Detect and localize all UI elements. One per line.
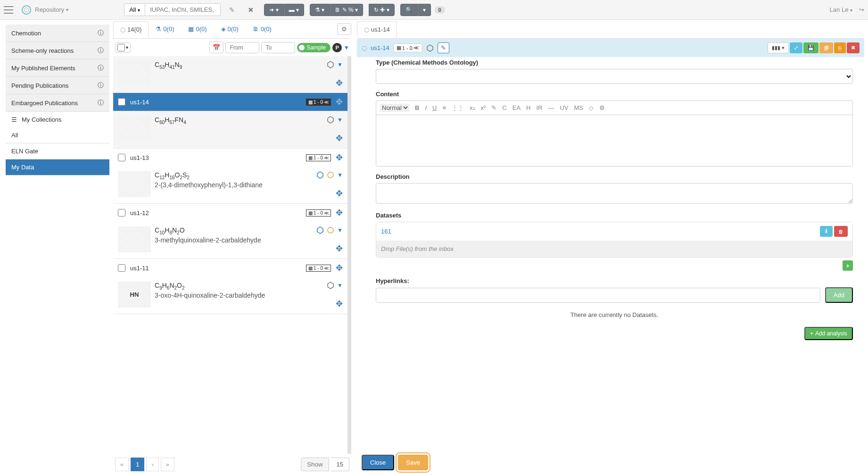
page-last[interactable]: »: [161, 458, 174, 471]
date-from-input[interactable]: [225, 42, 259, 53]
chevron-down-icon[interactable]: ▼: [337, 117, 343, 123]
detail-badge[interactable]: ▦ 1 - 0 ≪: [393, 43, 422, 52]
sidebar-item-embargoed[interactable]: Embargoed Publicationsⓘ: [6, 94, 109, 112]
ir-button[interactable]: IR: [536, 104, 542, 111]
chevron-down-icon[interactable]: ▼: [344, 44, 349, 51]
italic-button[interactable]: I: [425, 104, 427, 111]
detail-body[interactable]: Type (Chemical Methods Ontology) Content…: [357, 57, 864, 450]
move-icon[interactable]: ✥: [336, 133, 343, 143]
sample-row-header[interactable]: us1-14 ▦ 1 - 0 ≪ ✥: [113, 93, 347, 111]
sample-row-header[interactable]: us1-13 ▦ 1 - 0 ≪ ✥: [113, 149, 347, 167]
tab-wellplates[interactable]: ▦0(0): [181, 21, 214, 37]
zoom-dd-button[interactable]: ▾: [418, 4, 431, 16]
chevron-down-icon[interactable]: ▼: [337, 227, 343, 233]
dataset-dropzone[interactable]: Drop File(s) from the inbox: [376, 241, 852, 257]
chevron-down-icon[interactable]: ▼: [337, 61, 343, 68]
sidebar-item-published[interactable]: My Published Elementsⓘ: [6, 59, 109, 77]
sample-checkbox[interactable]: [118, 98, 125, 106]
close-detail-button[interactable]: ✖: [847, 42, 860, 53]
search-input[interactable]: [145, 3, 221, 16]
tab-screens[interactable]: ◈0(0): [214, 21, 246, 37]
ordered-list-button[interactable]: ≡: [442, 104, 446, 111]
move-icon[interactable]: ✥: [336, 263, 343, 273]
select-all-checkbox[interactable]: [117, 44, 125, 51]
tab-research[interactable]: 🗎0(0): [246, 21, 279, 37]
save-action-button[interactable]: 💾: [803, 42, 818, 53]
bold-button[interactable]: B: [415, 104, 419, 111]
repository-dropdown[interactable]: Repository ▾: [35, 6, 68, 13]
page-next[interactable]: ›: [146, 458, 158, 471]
script-button[interactable]: ✎: [491, 104, 496, 111]
sidebar-item-scheme[interactable]: Scheme-only reactionsⓘ: [6, 42, 109, 59]
move-icon[interactable]: ✥: [336, 208, 343, 218]
product-badge[interactable]: P: [332, 43, 342, 52]
subscript-button[interactable]: x₂: [470, 104, 475, 111]
type-select[interactable]: [376, 69, 853, 84]
description-textarea[interactable]: [376, 183, 853, 204]
download-dataset-button[interactable]: ⬇: [820, 226, 833, 237]
move-icon[interactable]: ✥: [336, 243, 343, 254]
add-hyperlink-button[interactable]: Add: [825, 287, 853, 303]
content-editor[interactable]: [376, 115, 853, 167]
barcode-button[interactable]: ▮▮▮ ▾: [768, 42, 789, 53]
move-icon[interactable]: ✥: [336, 78, 343, 88]
more-format-dropdown[interactable]: ◇: [589, 104, 594, 111]
sample-row-header[interactable]: us1-11 ▦ 1 - 0 ≪ ✥: [113, 259, 347, 277]
user-menu[interactable]: Lan Le ▾: [830, 6, 852, 13]
sample-checkbox[interactable]: [118, 154, 125, 161]
import-button[interactable]: ▬ ▾: [284, 4, 304, 16]
collection-eln-gate[interactable]: ELN Gate: [6, 143, 109, 159]
fullscreen-button[interactable]: ⤢: [790, 42, 802, 53]
collection-my-data[interactable]: My Data: [6, 159, 109, 175]
save-button[interactable]: Save: [398, 455, 428, 470]
sample-checkbox[interactable]: [118, 264, 125, 272]
c-button[interactable]: C: [502, 104, 506, 111]
move-icon[interactable]: ✥: [336, 97, 343, 107]
flask-button[interactable]: ⚗ ▾: [310, 4, 330, 16]
add-dataset-button[interactable]: +: [843, 260, 853, 271]
page-first[interactable]: «: [115, 458, 129, 471]
tab-reactions[interactable]: ⚗0(0): [149, 21, 181, 37]
notification-badge[interactable]: 0: [435, 6, 445, 14]
underline-button[interactable]: U: [432, 104, 437, 111]
chevron-down-icon[interactable]: ▼: [337, 172, 343, 178]
page-current[interactable]: 1: [131, 458, 144, 471]
ms-button[interactable]: MS: [574, 104, 584, 111]
my-collections-header[interactable]: ☰My Collections: [6, 112, 109, 127]
dash-button[interactable]: —: [548, 104, 554, 111]
clear-icon[interactable]: ✖: [243, 3, 258, 17]
calendar-icon[interactable]: 📅: [209, 42, 223, 53]
sample-filter-pill[interactable]: Sample: [297, 43, 331, 52]
tab-settings-icon[interactable]: ⚙: [337, 23, 351, 35]
close-button[interactable]: Close: [362, 455, 394, 470]
collection-all[interactable]: All: [6, 127, 109, 143]
unordered-list-button[interactable]: ⋮⋮: [452, 104, 464, 111]
add-analysis-button[interactable]: + Add analysis: [804, 327, 853, 340]
dataset-link[interactable]: 161: [381, 228, 391, 235]
detail-tab[interactable]: ◌us1-14: [357, 21, 397, 38]
structure-editor-button[interactable]: ✎: [438, 42, 449, 53]
doc-tools-button[interactable]: 🗎 ✎ % ▾: [330, 4, 363, 16]
sidebar-item-chemotion[interactable]: Chemotionⓘ: [6, 25, 109, 42]
move-icon[interactable]: ✥: [336, 188, 343, 199]
sample-list-scroll[interactable]: C53H41N9 ▼ ✥ us1-14 ▦ 1 - 0 ≪ ✥: [113, 56, 351, 454]
copy-button[interactable]: 🗐: [819, 42, 833, 53]
uv-button[interactable]: UV: [560, 104, 568, 111]
sample-checkbox[interactable]: [118, 209, 125, 217]
delete-dataset-button[interactable]: 🗑: [834, 226, 848, 237]
ea-button[interactable]: EA: [513, 104, 521, 111]
chevron-down-icon[interactable]: ▼: [337, 282, 343, 289]
superscript-button[interactable]: x²: [481, 104, 486, 111]
move-icon[interactable]: ✥: [336, 299, 343, 309]
select-all-dropdown[interactable]: ▾: [115, 42, 131, 53]
sidebar-item-pending[interactable]: Pending Publicationsⓘ: [6, 77, 109, 94]
settings-icon[interactable]: ⚙: [599, 104, 605, 111]
move-icon[interactable]: ✥: [336, 152, 343, 163]
h-button[interactable]: H: [526, 104, 530, 111]
hyperlink-input[interactable]: [376, 288, 820, 303]
search-scope-dropdown[interactable]: All ▾: [124, 3, 145, 16]
show-button[interactable]: Show: [301, 458, 329, 471]
edit-icon[interactable]: ✎: [224, 3, 240, 17]
sample-row-header[interactable]: us1-12 ▦ 1 - 0 ≪ ✥: [113, 204, 347, 222]
zoom-button[interactable]: 🔍: [400, 4, 418, 16]
